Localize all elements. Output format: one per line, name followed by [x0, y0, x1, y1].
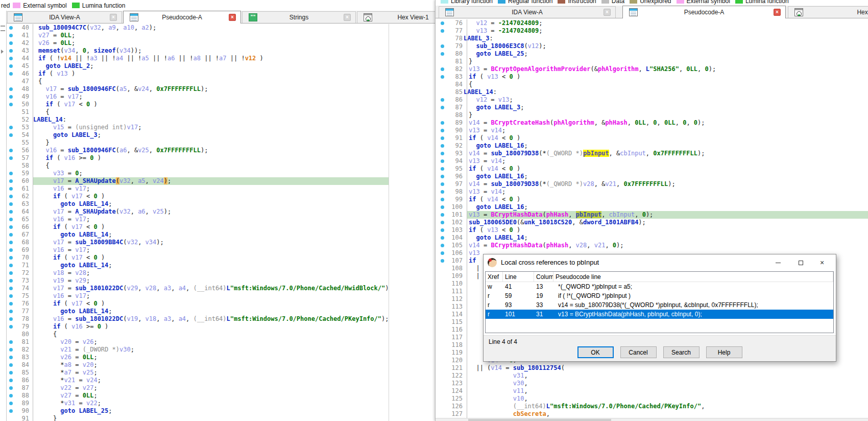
- code-line[interactable]: 71 goto LABEL_14;: [0, 262, 389, 269]
- code-line[interactable]: 101v13 = BCryptHashData(phHash, pbInput,…: [436, 211, 868, 219]
- maximize-icon[interactable]: [792, 254, 809, 271]
- tab-close-icon[interactable]: ×: [229, 14, 236, 21]
- code-line[interactable]: 77 v13 = -2147024809;: [436, 27, 868, 35]
- code-line[interactable]: 89 *v31 = v22;: [0, 400, 389, 407]
- xref-row[interactable]: r9333v14 = sub_180079D38(*(_QWORD *)pbIn…: [486, 300, 833, 310]
- code-line[interactable]: 99if ( v14 < 0 ): [436, 196, 868, 203]
- code-line[interactable]: 90 goto LABEL_25;: [0, 407, 389, 415]
- code-line[interactable]: 92 goto LABEL_16;: [436, 142, 868, 150]
- code-line[interactable]: 69 v16 = v17;: [0, 246, 389, 254]
- tab-close-icon[interactable]: ×: [604, 9, 611, 16]
- code-line[interactable]: 102sub_180065DE0(&unk_18018C520, &dword_…: [436, 219, 868, 226]
- code-line[interactable]: 76 if ( v17 < 0 ): [0, 300, 389, 308]
- code-line[interactable]: 91 }: [0, 415, 389, 421]
- code-line[interactable]: 123 v30,: [436, 380, 868, 387]
- tab-ida-view-a[interactable]: IDA View-A×: [439, 6, 616, 18]
- code-line[interactable]: 91if ( v14 < 0 ): [436, 134, 868, 142]
- code-line[interactable]: 70 if ( v17 < 0 ): [0, 254, 389, 262]
- tab-pseudocode-a[interactable]: Pseudocode-A×: [123, 11, 241, 24]
- code-line[interactable]: 97v14 = sub_180079D38(*(_QWORD *)v28, &v…: [436, 180, 868, 188]
- help-button[interactable]: Help: [706, 346, 742, 358]
- code-line[interactable]: 62 if ( v17 < 0 ): [0, 193, 389, 200]
- code-line[interactable]: 77 goto LABEL_14;: [0, 308, 389, 315]
- code-line[interactable]: 61 v16 = v17;: [0, 185, 389, 193]
- code-line[interactable]: 78LABEL_3:: [436, 35, 868, 42]
- code-line[interactable]: 89v14 = BCryptCreateHash(phAlgorithm, &p…: [436, 119, 868, 127]
- code-line[interactable]: 79 sub_18006E3C8(v12);: [436, 42, 868, 50]
- code-line[interactable]: 50 if ( v17 < 0 ): [0, 101, 389, 108]
- code-line[interactable]: 93v14 = sub_180079D38(*(_QWORD *)pbInput…: [436, 150, 868, 157]
- code-line[interactable]: 87 v22 = v27;: [0, 384, 389, 392]
- column-header[interactable]: Column: [534, 272, 553, 282]
- dialog-title-bar[interactable]: Local cross references to pbInput ×: [484, 254, 836, 271]
- code-line[interactable]: 82 v21 = (_DWORD *)v30;: [0, 346, 389, 354]
- code-line[interactable]: 58 {: [0, 162, 389, 170]
- code-line[interactable]: 86 v12 = v13;: [436, 96, 868, 104]
- code-line[interactable]: 79 if ( v16 >= 0 ): [0, 323, 389, 331]
- code-line[interactable]: 45 goto LABEL_2;: [0, 62, 389, 70]
- code-line[interactable]: 66 if ( v17 < 0 ): [0, 223, 389, 231]
- code-line[interactable]: 105v14 = BCryptHashData(phHash, v28, v21…: [436, 242, 868, 249]
- column-header[interactable]: Xref: [486, 272, 503, 282]
- code-line[interactable]: 84{: [436, 81, 868, 88]
- code-line[interactable]: 53 v15 = (unsigned int)v17;: [0, 124, 389, 131]
- xref-row[interactable]: r5919if ( !*(_QWORD *)pbInput ): [486, 291, 833, 300]
- code-line[interactable]: 94v13 = v14;: [436, 157, 868, 165]
- tab-close-icon[interactable]: ×: [110, 14, 117, 21]
- code-line[interactable]: 85 *a7 = v25;: [0, 369, 389, 377]
- code-line[interactable]: 63 goto LABEL_14;: [0, 200, 389, 208]
- code-line[interactable]: 85LABEL_14:: [436, 88, 868, 96]
- code-line[interactable]: 80 goto LABEL_25;: [436, 50, 868, 58]
- tab-strings[interactable]: ””Strings×: [242, 11, 356, 23]
- code-line[interactable]: 47{: [0, 78, 389, 85]
- code-line[interactable]: 127 cbSecreta,: [436, 410, 868, 418]
- code-line[interactable]: 124 v11,: [436, 387, 868, 395]
- code-line[interactable]: 86 *v21 = v24;: [0, 377, 389, 384]
- code-line[interactable]: 43memset(v34, 0, sizeof(v34));: [0, 47, 389, 55]
- code-line[interactable]: 125 v10,: [436, 395, 868, 403]
- code-line[interactable]: 44if ( !v14 || !a3 || !a4 || !a5 || !a6 …: [0, 55, 389, 62]
- column-header[interactable]: Line: [503, 272, 534, 282]
- code-line[interactable]: 67 goto LABEL_14;: [0, 231, 389, 239]
- code-line[interactable]: 48 v17 = sub_1800946FC(a5, &v24, 0x7FFFF…: [0, 85, 389, 93]
- code-line[interactable]: 81}: [436, 58, 868, 65]
- code-line[interactable]: 122 v31,: [436, 372, 868, 380]
- horizontal-scrollbar[interactable]: [436, 418, 868, 421]
- code-line[interactable]: 52LABEL_14:: [0, 116, 389, 124]
- code-line[interactable]: 46if ( v13 ): [0, 70, 389, 78]
- code-line[interactable]: 64 v17 = A_SHAUpdate(v32, a6, v25);: [0, 208, 389, 216]
- tab-close-icon[interactable]: ×: [344, 14, 351, 21]
- code-line[interactable]: 40sub_180094C7C(v32, a9, a10, a2);: [0, 24, 389, 32]
- scrollbar-thumb[interactable]: [468, 419, 611, 421]
- cancel-button[interactable]: Cancel: [620, 346, 657, 358]
- code-line[interactable]: 68 v17 = sub_18009BB4C(v32, v34);: [0, 239, 389, 246]
- code-line[interactable]: 49 v16 = v17;: [0, 93, 389, 101]
- column-header[interactable]: Pseudocode line: [553, 272, 833, 282]
- code-line[interactable]: 73 v19 = v29;: [0, 277, 389, 285]
- code-line[interactable]: 82v13 = BCryptOpenAlgorithmProvider(&phA…: [436, 65, 868, 73]
- code-line[interactable]: 54 goto LABEL_3;: [0, 131, 389, 139]
- code-line[interactable]: 56 v16 = sub_1800946FC(a6, &v25, 0x7FFFF…: [0, 147, 389, 154]
- code-line[interactable]: 90v13 = v14;: [436, 127, 868, 134]
- code-line[interactable]: 72 v18 = v28;: [0, 269, 389, 277]
- code-line[interactable]: 103if ( v13 < 0 ): [436, 226, 868, 234]
- code-line[interactable]: 76 v12 = -2147024809;: [436, 19, 868, 27]
- xref-row[interactable]: r10131v13 = BCryptHashData(phHash, pbInp…: [486, 310, 833, 319]
- code-line[interactable]: 88 v27 = 0LL;: [0, 392, 389, 400]
- search-button[interactable]: Search: [663, 346, 700, 358]
- tab-hex-view-1[interactable]: Hex View-1: [788, 6, 868, 18]
- code-line[interactable]: 57 if ( v16 >= 0 ): [0, 154, 389, 162]
- code-line[interactable]: 74 v17 = sub_1801022DC(v29, v28, a3, a4,…: [0, 285, 389, 292]
- tab-pseudocode-a[interactable]: Pseudocode-A×: [622, 6, 786, 18]
- tab-hex-view-1[interactable]: Hex View-1: [357, 11, 435, 23]
- code-line[interactable]: 126 (__int64)L"msft:Windows/7.0/Phone/Ca…: [436, 403, 868, 410]
- xref-row[interactable]: w4113*(_QWORD *)pbInput = a5;: [486, 282, 833, 291]
- code-line[interactable]: 51 {: [0, 108, 389, 116]
- ok-button[interactable]: OK: [577, 346, 614, 358]
- code-line[interactable]: 83if ( v13 < 0 ): [436, 73, 868, 81]
- code-line[interactable]: 98v13 = v14;: [436, 188, 868, 196]
- code-line[interactable]: 96 goto LABEL_16;: [436, 173, 868, 180]
- code-line[interactable]: 60 v17 = A_SHAUpdate(v32, a5, v24);: [0, 177, 389, 185]
- code-line[interactable]: 95if ( v14 < 0 ): [436, 165, 868, 173]
- code-line[interactable]: 100 goto LABEL_16;: [436, 203, 868, 211]
